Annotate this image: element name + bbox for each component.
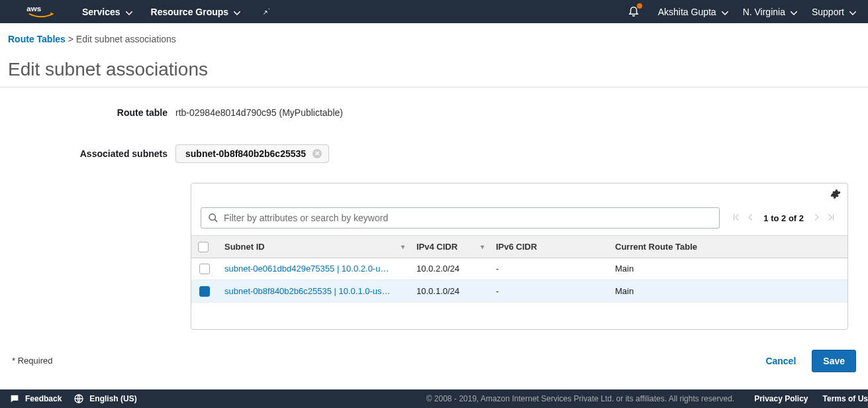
nav-user[interactable]: Akshita Gupta	[658, 7, 728, 17]
nav-region[interactable]: N. Virginia	[743, 7, 797, 17]
caret-down-icon	[234, 7, 240, 17]
subnet-link[interactable]: subnet-0b8f840b2b6c25535 | 10.0.1.0-us…	[224, 286, 403, 296]
required-note: * Required	[12, 356, 52, 366]
nav-right: Akshita Gupta N. Virginia Support	[628, 5, 856, 19]
row-checkbox[interactable]	[199, 286, 210, 297]
feedback-label: Feedback	[25, 394, 62, 403]
row-checkbox[interactable]	[199, 264, 210, 274]
field-route-table: Route table rtb-02984e8014d790c95 (MyPub…	[0, 107, 868, 118]
feedback-icon	[9, 393, 20, 404]
page-title: Edit subnet associations	[0, 44, 868, 87]
panel-toolbar: 1 to 2 of 2	[191, 183, 847, 235]
top-nav: aws Services Resource Groups Akshita Gup…	[0, 0, 868, 23]
pager-prev-icon[interactable]	[744, 210, 758, 227]
table-row[interactable]: subnet-0e061dbd429e75355 | 10.0.2.0-u… 1…	[191, 258, 847, 280]
search-input[interactable]	[224, 213, 712, 223]
table-header-row: Subnet ID▾ IPv4 CIDR▾ IPv6 CIDR Current …	[191, 236, 847, 258]
nav-resource-groups[interactable]: Resource Groups	[151, 7, 240, 17]
subnet-tag[interactable]: subnet-0b8f840b2b6c25535 ✕	[175, 144, 329, 163]
svg-line-2	[215, 219, 217, 222]
settings-gear-icon[interactable]	[830, 189, 841, 201]
breadcrumb: Route Tables > Edit subnet associations	[0, 23, 868, 44]
nav-resource-groups-label: Resource Groups	[151, 7, 228, 17]
cancel-button[interactable]: Cancel	[756, 350, 805, 372]
cell-ipv6: -	[489, 258, 608, 280]
header-ipv4[interactable]: IPv4 CIDR▾	[410, 236, 489, 258]
sort-icon: ▾	[401, 243, 405, 250]
nav-support-label: Support	[812, 7, 844, 17]
breadcrumb-current: Edit subnet associations	[76, 34, 176, 44]
cell-ipv4: 10.0.1.0/24	[410, 280, 489, 303]
nav-region-label: N. Virginia	[743, 7, 785, 17]
action-row: * Required Cancel Save	[0, 330, 868, 372]
cell-route: Main	[608, 258, 847, 280]
pager-first-icon[interactable]	[729, 210, 744, 227]
aws-logo-icon: aws	[26, 3, 56, 21]
search-field[interactable]	[201, 207, 720, 229]
cell-ipv6: -	[489, 280, 608, 303]
header-ipv6[interactable]: IPv6 CIDR	[489, 236, 608, 258]
terms-link[interactable]: Terms of Us	[823, 394, 868, 403]
language-selector[interactable]: English (US)	[73, 393, 136, 404]
caret-down-icon	[791, 7, 797, 17]
privacy-link[interactable]: Privacy Policy	[754, 394, 808, 403]
aws-logo[interactable]: aws	[26, 0, 56, 23]
subnet-tag-label: subnet-0b8f840b2b6c25535	[185, 148, 306, 159]
notifications-icon[interactable]	[628, 5, 640, 19]
breadcrumb-root-link[interactable]: Route Tables	[8, 34, 66, 44]
pager-next-icon[interactable]	[809, 210, 824, 227]
nav-services[interactable]: Services	[82, 7, 132, 17]
nav-user-label: Akshita Gupta	[658, 7, 716, 17]
pager: 1 to 2 of 2	[729, 210, 838, 227]
field-associated-subnets: Associated subnets subnet-0b8f840b2b6c25…	[0, 144, 868, 163]
remove-tag-icon[interactable]: ✕	[313, 149, 322, 158]
globe-icon	[73, 393, 84, 404]
footer: Feedback English (US) © 2008 - 2019, Ama…	[0, 389, 868, 408]
associated-subnets-label: Associated subnets	[0, 148, 175, 159]
select-all-checkbox[interactable]	[198, 242, 209, 252]
table-row[interactable]: subnet-0b8f840b2b6c25535 | 10.0.1.0-us… …	[191, 280, 847, 303]
save-button[interactable]: Save	[812, 350, 856, 372]
route-table-value: rtb-02984e8014d790c95 (MyPublictable)	[175, 107, 343, 118]
language-label: English (US)	[89, 394, 136, 403]
copyright-text: © 2008 - 2019, Amazon Internet Services …	[426, 394, 735, 403]
search-icon	[208, 213, 218, 223]
notification-dot-icon	[637, 3, 642, 9]
pager-last-icon[interactable]	[824, 210, 838, 227]
nav-support[interactable]: Support	[812, 7, 856, 17]
feedback-link[interactable]: Feedback	[9, 393, 62, 404]
action-buttons: Cancel Save	[756, 350, 856, 372]
svg-text:aws: aws	[26, 4, 41, 12]
sort-icon: ▾	[481, 243, 484, 250]
caret-down-icon	[126, 7, 132, 17]
route-table-label: Route table	[0, 107, 175, 118]
breadcrumb-sep: >	[68, 34, 73, 44]
header-checkbox-cell	[191, 236, 218, 258]
caret-down-icon	[722, 7, 728, 17]
subnet-table: Subnet ID▾ IPv4 CIDR▾ IPv6 CIDR Current …	[191, 235, 847, 303]
subnet-panel: 1 to 2 of 2 Subnet ID▾ IPv4 CIDR▾ IPv6 C…	[191, 183, 848, 330]
svg-point-1	[209, 214, 215, 220]
header-subnet-id[interactable]: Subnet ID▾	[218, 236, 410, 258]
cell-route: Main	[608, 280, 847, 303]
cell-ipv4: 10.0.2.0/24	[410, 258, 489, 280]
pin-icon[interactable]	[262, 6, 271, 17]
subnet-link[interactable]: subnet-0e061dbd429e75355 | 10.0.2.0-u…	[224, 264, 403, 274]
caret-down-icon	[849, 7, 856, 17]
header-route-table[interactable]: Current Route Table	[608, 236, 847, 258]
nav-services-label: Services	[82, 7, 121, 17]
pager-text: 1 to 2 of 2	[758, 213, 809, 223]
